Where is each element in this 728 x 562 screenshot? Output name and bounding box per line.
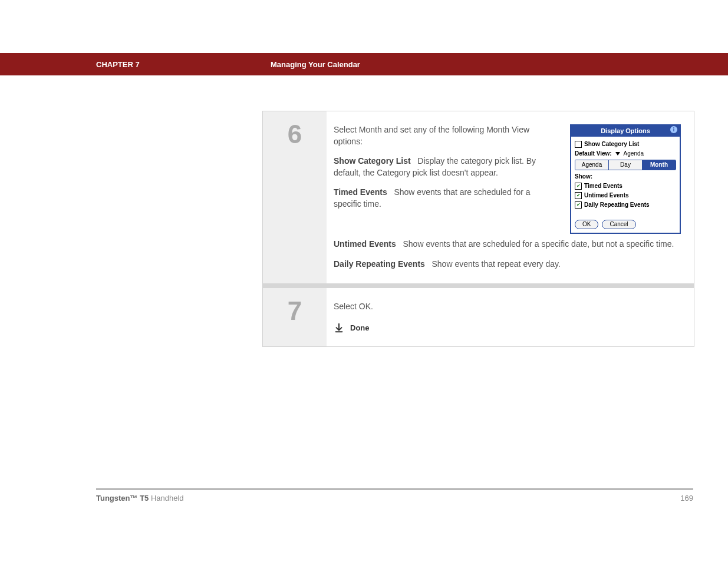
checkbox-label: Timed Events	[584, 182, 622, 190]
default-view-value[interactable]: Agenda	[624, 150, 644, 158]
option-timed-events: Timed Events Show events that are schedu…	[334, 187, 559, 210]
tab-agenda[interactable]: Agenda	[575, 160, 609, 170]
done-arrow-icon	[334, 323, 344, 333]
product-name-bold: Tungsten™ T5	[96, 494, 149, 503]
info-icon[interactable]: i	[670, 126, 677, 133]
checkbox-untimed[interactable]: ✔	[575, 192, 582, 199]
step-number-cell: 7	[263, 288, 327, 347]
dialog-title: Display Options	[601, 127, 650, 134]
checkbox-show-category[interactable]	[575, 141, 582, 148]
option-show-category: Show Category List Display the category …	[334, 156, 559, 178]
page-number: 169	[680, 494, 693, 503]
show-label: Show:	[575, 173, 676, 181]
option-desc: Show events that are scheduled for a spe…	[403, 239, 674, 249]
chapter-title: Managing Your Calendar	[271, 60, 360, 69]
tab-month[interactable]: Month	[643, 160, 676, 170]
step-number-cell: 6	[263, 111, 327, 283]
option-term: Show Category List	[334, 156, 411, 166]
step-6-row: 6 Select Month and set any of the follow…	[263, 111, 694, 283]
checkbox-label: Untimed Events	[584, 191, 629, 200]
option-term: Timed Events	[334, 187, 387, 197]
ok-button[interactable]: OK	[575, 220, 598, 229]
chapter-header: CHAPTER 7 Managing Your Calendar	[0, 53, 728, 75]
step-number: 6	[263, 111, 327, 149]
tab-day[interactable]: Day	[609, 160, 643, 170]
option-untimed-events: Untimed Events Show events that are sche…	[334, 239, 681, 250]
page-footer: Tungsten™ T5 Handheld 169	[96, 488, 693, 503]
done-indicator: Done	[334, 323, 681, 333]
chapter-number: CHAPTER 7	[96, 60, 271, 69]
dropdown-icon[interactable]	[615, 152, 620, 156]
checkbox-label: Daily Repeating Events	[584, 201, 650, 209]
step-intro-text: Select Month and set any of the followin…	[334, 124, 559, 147]
product-name: Tungsten™ T5 Handheld	[96, 494, 184, 503]
checkbox-label: Show Category List	[584, 140, 639, 148]
dialog-title-bar: Display Options i	[571, 125, 680, 137]
cancel-button[interactable]: Cancel	[602, 220, 635, 229]
option-daily-repeating: Daily Repeating Events Show events that …	[334, 259, 681, 270]
row-separator	[263, 283, 694, 288]
option-desc: Show events that repeat every day.	[432, 259, 561, 269]
checkbox-daily-repeating[interactable]: ✔	[575, 201, 582, 209]
step-body: Select Month and set any of the followin…	[327, 111, 694, 283]
step-body: Select OK. Done	[327, 288, 694, 347]
option-term: Daily Repeating Events	[334, 259, 425, 269]
step-7-row: 7 Select OK. Done	[263, 288, 694, 347]
steps-block: 6 Select Month and set any of the follow…	[262, 111, 694, 347]
view-tabs: Agenda Day Month	[575, 160, 676, 170]
product-name-rest: Handheld	[149, 494, 183, 503]
checkbox-timed[interactable]: ✔	[575, 183, 582, 190]
step-number: 7	[263, 288, 327, 326]
default-view-label: Default View:	[575, 150, 612, 158]
done-label: Done	[350, 323, 370, 333]
option-term: Untimed Events	[334, 239, 396, 249]
dialog-screenshot: Display Options i Show Category List Def…	[570, 124, 681, 234]
step-text: Select OK.	[334, 301, 681, 313]
